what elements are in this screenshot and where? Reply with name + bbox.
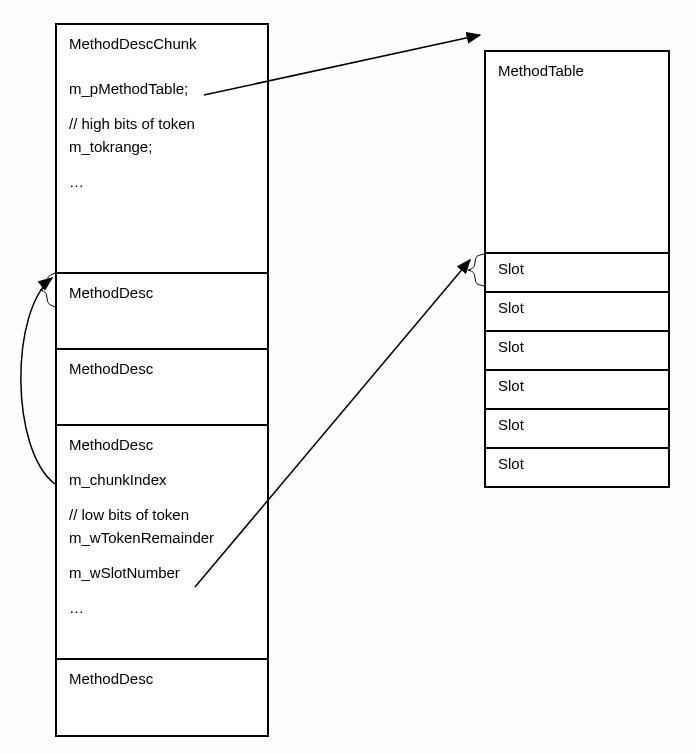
method-desc-label: MethodDesc	[69, 284, 255, 301]
chunk-field-tokrange: m_tokrange;	[69, 138, 255, 155]
chunk-header-section: MethodDescChunk m_pMethodTable; // high …	[57, 25, 267, 274]
chunk-comment-tokrange: // high bits of token	[69, 115, 255, 132]
method-desc-1: MethodDesc	[57, 274, 267, 350]
method-desc-3-expanded: MethodDesc m_chunkIndex // low bits of t…	[57, 426, 267, 660]
slot-row: Slot	[486, 293, 668, 332]
md-field-chunkindex: m_chunkIndex	[69, 471, 255, 488]
md-comment-token: // low bits of token	[69, 506, 255, 523]
method-table-title: MethodTable	[498, 62, 656, 79]
slot-label: Slot	[498, 416, 524, 433]
method-table-box: MethodTable Slot Slot Slot Slot Slot Slo…	[484, 50, 670, 488]
method-desc-label: MethodDesc	[69, 670, 255, 687]
md-ellipsis: …	[69, 599, 255, 616]
method-desc-label: MethodDesc	[69, 436, 255, 453]
chunk-ellipsis: …	[69, 173, 255, 190]
md-field-tokenremainder: m_wTokenRemainder	[69, 529, 255, 546]
method-desc-4: MethodDesc	[57, 660, 267, 737]
slot-row: Slot	[486, 410, 668, 449]
method-table-header: MethodTable	[486, 52, 668, 254]
slot-label: Slot	[498, 377, 524, 394]
slot-label: Slot	[498, 299, 524, 316]
arrow-chunkindex	[21, 278, 55, 484]
slot-label: Slot	[498, 455, 524, 472]
slot-label: Slot	[498, 260, 524, 277]
method-desc-2: MethodDesc	[57, 350, 267, 426]
slot-row: Slot	[486, 332, 668, 371]
method-desc-chunk-box: MethodDescChunk m_pMethodTable; // high …	[55, 23, 269, 737]
brace-chunk	[40, 273, 55, 307]
md-field-slotnumber: m_wSlotNumber	[69, 564, 255, 581]
brace-slots	[468, 254, 484, 286]
chunk-title: MethodDescChunk	[69, 35, 255, 52]
slot-row: Slot	[486, 449, 668, 488]
slot-label: Slot	[498, 338, 524, 355]
slot-row: Slot	[486, 254, 668, 293]
method-desc-label: MethodDesc	[69, 360, 255, 377]
chunk-field-methodtable: m_pMethodTable;	[69, 80, 255, 97]
slot-row: Slot	[486, 371, 668, 410]
